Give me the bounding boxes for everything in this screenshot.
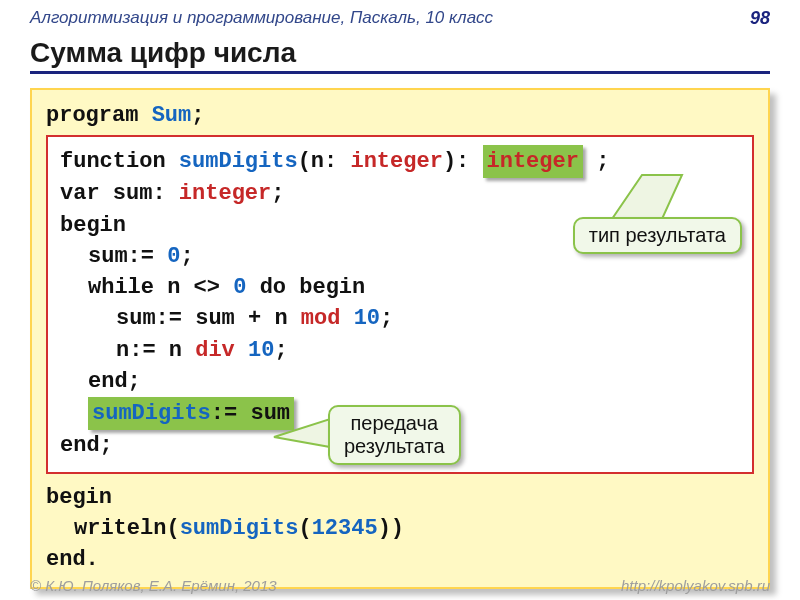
semi5: ; (380, 306, 393, 331)
return-assign-highlight: sumDigits:= sum (88, 397, 294, 430)
call-arg: 12345 (312, 516, 378, 541)
svg-marker-0 (612, 175, 682, 219)
literal-zero: 0 (167, 244, 180, 269)
footer-right: http://kpolyakov.spb.ru (621, 577, 770, 594)
writeln-pre: writeln( (74, 516, 180, 541)
line-program: program Sum; (46, 100, 754, 131)
return-type-highlight: integer (483, 145, 583, 178)
page-number: 98 (750, 8, 770, 29)
while-pre: while n <> (88, 275, 233, 300)
fn-open: (n: (298, 149, 351, 174)
kw-mod: mod (301, 306, 341, 331)
kw-div: div (195, 338, 235, 363)
line-while: while n <> 0 do begin (60, 272, 740, 303)
end1: end (88, 369, 128, 394)
footer-left: © К.Ю. Поляков, Е.А. Ерёмин, 2013 (30, 577, 277, 594)
call-open: ( (298, 516, 311, 541)
line-main-begin: begin (46, 482, 754, 513)
var-pre: var sum: (60, 181, 179, 206)
slide-title: Сумма цифр числа (30, 37, 770, 74)
callout-return-type: тип результата (573, 217, 742, 254)
pass-l1: передача (350, 412, 438, 434)
while-zero: 0 (233, 275, 246, 300)
while-post: do begin (246, 275, 365, 300)
semi7: ; (128, 369, 141, 394)
semi4: ; (180, 244, 193, 269)
kw-program: program (46, 103, 138, 128)
fn-name: sumDigits (179, 149, 298, 174)
code-block-outer: program Sum; function sumDigits(n: integ… (30, 88, 770, 589)
end2: end (60, 433, 100, 458)
course-title: Алгоритмизация и программирование, Паска… (30, 8, 493, 28)
param-type: integer (350, 149, 442, 174)
ret-name: sumDigits (92, 401, 211, 426)
kw-function: function (60, 149, 166, 174)
prog-name: Sum (152, 103, 192, 128)
semi: ; (191, 103, 204, 128)
return-type-text: integer (487, 149, 579, 174)
function-block: function sumDigits(n: integer): integer … (46, 135, 754, 473)
fn-close-colon: ): (443, 149, 469, 174)
semi8: ; (100, 433, 113, 458)
call-close: )) (378, 516, 404, 541)
svg-marker-1 (274, 419, 330, 447)
pass-l2: результата (344, 435, 445, 457)
line-end-dot: end. (46, 544, 754, 575)
assign-zero-pre: sum:= (88, 244, 167, 269)
callout-pass-result: передача результата (328, 405, 461, 465)
line-n-div: n:= n div 10; (60, 335, 740, 366)
lit-10a: 10 (340, 306, 380, 331)
sum-pre: sum:= sum + n (116, 306, 301, 331)
semi3: ; (271, 181, 284, 206)
n-pre: n:= n (116, 338, 195, 363)
var-type: integer (179, 181, 271, 206)
call-fn-name: sumDigits (180, 516, 299, 541)
footer: © К.Ю. Поляков, Е.А. Ерёмин, 2013 http:/… (30, 577, 770, 594)
line-sum-mod: sum:= sum + n mod 10; (60, 303, 740, 334)
lit-10b: 10 (235, 338, 275, 363)
semi6: ; (274, 338, 287, 363)
line-inner-end: end; (60, 366, 740, 397)
line-writeln: writeln(sumDigits(12345)) (46, 513, 754, 544)
